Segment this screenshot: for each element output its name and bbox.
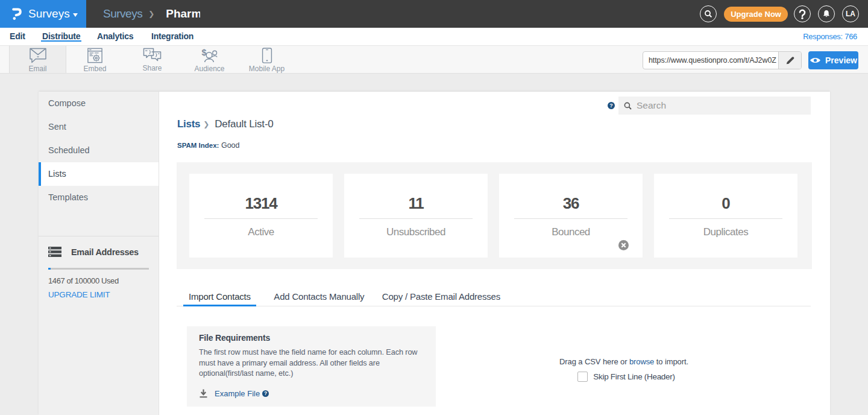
svg-text:$: $	[202, 48, 207, 57]
